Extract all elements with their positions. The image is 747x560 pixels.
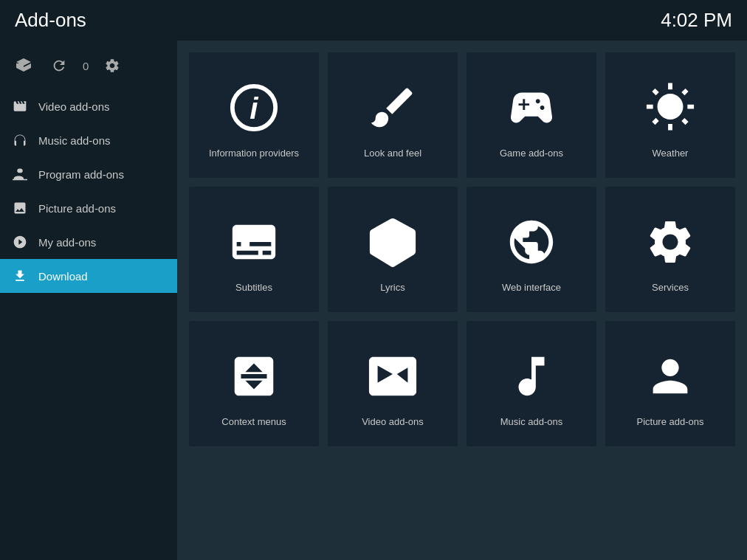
lyrics-label: Lyrics (380, 282, 405, 293)
svg-text:i: i (249, 91, 259, 125)
sidebar-item-picture-addons[interactable]: Picture add-ons (0, 191, 177, 225)
addons-icon[interactable] (12, 54, 35, 77)
header: Add-ons 4:02 PM (0, 0, 747, 41)
sidebar-item-music-addons-label: Music add-ons (38, 134, 111, 147)
web-interface-label: Web interface (502, 282, 561, 293)
look-and-feel-label: Look and feel (364, 148, 421, 159)
services-label: Services (652, 282, 689, 293)
page-title: Add-ons (15, 9, 86, 32)
video-addons-grid-label: Video add-ons (362, 416, 424, 427)
grid-item-picture-addons[interactable]: Picture add-ons (605, 321, 735, 446)
refresh-icon[interactable] (47, 54, 71, 77)
clock: 4:02 PM (661, 9, 732, 32)
sidebar-item-picture-addons-label: Picture add-ons (38, 202, 116, 215)
sidebar-toolbar: 0 (0, 48, 177, 89)
video-icon (12, 98, 28, 114)
sidebar-item-my-addons-label: My add-ons (38, 236, 96, 249)
svg-rect-2 (388, 224, 397, 241)
subtitles-icon (224, 212, 283, 272)
settings-icon[interactable] (100, 54, 124, 77)
grid-item-game-addons[interactable]: Game add-ons (467, 52, 596, 178)
game-addons-icon (502, 78, 561, 137)
grid-item-subtitles[interactable]: Subtitles (189, 187, 319, 312)
information-providers-icon: i (224, 78, 283, 137)
information-providers-label: Information providers (209, 148, 299, 159)
grid-item-weather[interactable]: Weather (605, 52, 735, 178)
sidebar-item-download[interactable]: Download (0, 259, 177, 293)
grid-item-information-providers[interactable]: i Information providers (189, 52, 319, 178)
picture-addons-grid-icon (641, 347, 700, 406)
sidebar-item-video-addons[interactable]: Video add-ons (0, 89, 177, 123)
sidebar-item-my-addons[interactable]: My add-ons (0, 225, 177, 259)
music-addons-grid-icon (502, 347, 561, 406)
sidebar-item-program-addons[interactable]: Program add-ons (0, 157, 177, 191)
content-area: i Information providers Look and feel (177, 41, 747, 560)
addons-grid: i Information providers Look and feel (189, 52, 735, 446)
sidebar-item-video-addons-label: Video add-ons (38, 100, 109, 113)
main-layout: 0 Video add-ons Music add-ons (0, 41, 747, 560)
grid-item-web-interface[interactable]: Web interface (467, 187, 596, 312)
picture-addons-grid-label: Picture add-ons (636, 416, 703, 427)
program-icon (12, 166, 28, 182)
grid-item-context-menus[interactable]: Context menus (189, 321, 319, 446)
grid-item-video-addons[interactable]: Video add-ons (328, 321, 458, 446)
picture-icon (12, 200, 28, 216)
my-addons-icon (12, 234, 28, 250)
update-count: 0 (83, 60, 89, 72)
headphones-icon (12, 132, 28, 148)
context-menus-icon (224, 347, 283, 406)
video-addons-grid-icon (363, 347, 422, 406)
look-and-feel-icon (363, 78, 422, 137)
services-icon (641, 212, 700, 272)
grid-item-look-and-feel[interactable]: Look and feel (328, 52, 458, 178)
sidebar-item-music-addons[interactable]: Music add-ons (0, 123, 177, 157)
music-addons-grid-label: Music add-ons (500, 416, 563, 427)
grid-item-music-addons[interactable]: Music add-ons (467, 321, 596, 446)
sidebar-item-program-addons-label: Program add-ons (38, 168, 124, 181)
sidebar-item-download-label: Download (38, 270, 88, 283)
grid-item-lyrics[interactable]: Lyrics (328, 187, 458, 312)
web-interface-icon (502, 212, 561, 272)
lyrics-icon (363, 212, 422, 272)
context-menus-label: Context menus (221, 416, 286, 427)
subtitles-label: Subtitles (235, 282, 272, 293)
sidebar: 0 Video add-ons Music add-ons (0, 41, 177, 560)
weather-icon (641, 78, 700, 137)
weather-label: Weather (653, 148, 689, 159)
download-icon (12, 268, 28, 284)
game-addons-label: Game add-ons (500, 148, 563, 159)
grid-item-services[interactable]: Services (605, 187, 735, 312)
